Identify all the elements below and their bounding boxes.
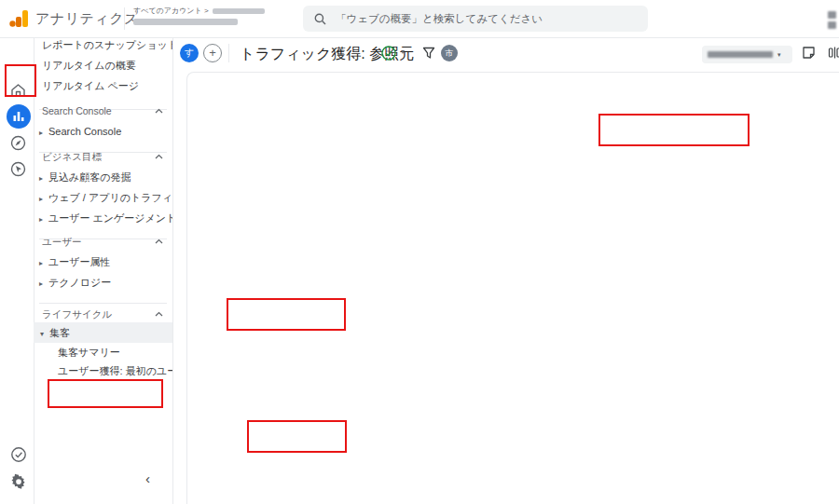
- search-bar[interactable]: 「ウェブの概要」と検索してみてください: [303, 6, 648, 32]
- home-icon[interactable]: [10, 83, 26, 98]
- compare-icon[interactable]: [828, 46, 839, 60]
- explore-icon[interactable]: [10, 135, 26, 151]
- search-placeholder: 「ウェブの概要」と検索してみてください: [336, 12, 543, 26]
- sidebar-item--[interactable]: ユーザー: [34, 231, 172, 252]
- chevron-up-icon[interactable]: [155, 238, 163, 244]
- collapse-arrow-icon[interactable]: ▾: [40, 324, 49, 343]
- admin-gear-icon[interactable]: [10, 473, 27, 490]
- sidebar-item--[interactable]: 集客サマリー: [34, 342, 172, 362]
- ga4-app: アナリティクス すべてのアカウント > 「ウェブの概要」と検索してみてください: [0, 0, 839, 504]
- sidebar-collapse-icon[interactable]: ‹: [145, 470, 150, 486]
- sidebar-item--[interactable]: ライフサイクル: [34, 304, 172, 324]
- topbar-right-redacted: [828, 11, 836, 19]
- report-nav-sidebar: レポートのスナップショットリアルタイムの概要リアルタイム ページSearch C…: [34, 37, 172, 504]
- sidebar-item--[interactable]: ▾集客: [34, 322, 172, 343]
- expand-arrow-icon[interactable]: ▸: [39, 189, 48, 208]
- topbar: アナリティクス すべてのアカウント > 「ウェブの概要」と検索してみてください: [0, 0, 839, 37]
- reports-nav-active[interactable]: [7, 104, 31, 129]
- badge-caret-icon[interactable]: ▾: [401, 48, 405, 56]
- sidebar-item--[interactable]: リアルタイム ページ: [34, 75, 172, 96]
- advertising-icon[interactable]: [10, 161, 26, 177]
- data-quality-icon[interactable]: [10, 446, 27, 463]
- account-name-redacted: [213, 8, 265, 14]
- add-comparison-button[interactable]: +: [203, 44, 222, 62]
- account-scope-label: すべてのアカウント >: [133, 6, 209, 16]
- search-icon: [314, 13, 326, 25]
- sidebar-item--[interactable]: ビジネス目標: [34, 146, 172, 167]
- filter-icon[interactable]: [422, 47, 435, 60]
- report-header: す + トラフィック獲得: 参照元 ▾ 市 ▾: [172, 37, 839, 71]
- charts-panel: [172, 70, 839, 277]
- sidebar-item--[interactable]: ▸ユーザー エンゲージメントと...: [34, 208, 172, 228]
- property-name-redacted: [133, 19, 238, 25]
- notes-icon[interactable]: [802, 46, 816, 60]
- date-range-redacted: [708, 51, 773, 58]
- expand-arrow-icon[interactable]: ▸: [39, 169, 48, 187]
- property-badge[interactable]: 市: [441, 45, 458, 61]
- chevron-up-icon[interactable]: [155, 311, 163, 317]
- expand-arrow-icon[interactable]: ▸: [39, 253, 48, 272]
- date-caret-icon: ▾: [777, 51, 781, 59]
- left-rail: [0, 37, 34, 504]
- sidebar-item--[interactable]: ▸ウェブ / アプリのトラフィック...: [34, 187, 172, 208]
- sidebar-item-search-console[interactable]: Search Console: [34, 101, 172, 121]
- sidebar-item--[interactable]: ユーザー獲得: 最初のユーザ...: [34, 361, 172, 381]
- sidebar-item--[interactable]: ▸テクノロジー: [34, 272, 172, 293]
- analytics-logo-icon[interactable]: [9, 10, 30, 27]
- chevron-up-icon[interactable]: [155, 154, 163, 159]
- comparison-chip[interactable]: す: [180, 44, 199, 62]
- sidebar-item--[interactable]: ▸ユーザー属性: [34, 252, 172, 272]
- topbar-right-redacted2: [828, 21, 836, 29]
- reports-icon: [12, 110, 25, 123]
- chevron-up-icon[interactable]: [155, 108, 163, 114]
- sidebar-item-search-console[interactable]: ▸Search Console: [34, 121, 172, 142]
- expand-arrow-icon[interactable]: ▸: [39, 123, 48, 142]
- report-valid-badge-icon[interactable]: [381, 46, 396, 61]
- account-selector[interactable]: すべてのアカウント >: [133, 6, 265, 16]
- sidebar-item--[interactable]: リアルタイムの概要: [34, 55, 172, 75]
- expand-arrow-icon[interactable]: ▸: [39, 274, 48, 293]
- expand-arrow-icon[interactable]: ▸: [39, 210, 48, 228]
- date-range-picker[interactable]: ▾: [702, 46, 792, 63]
- sidebar-item--[interactable]: ▸見込み顧客の発掘: [34, 167, 172, 187]
- sidebar-item--[interactable]: レポートのスナップショット: [34, 34, 172, 55]
